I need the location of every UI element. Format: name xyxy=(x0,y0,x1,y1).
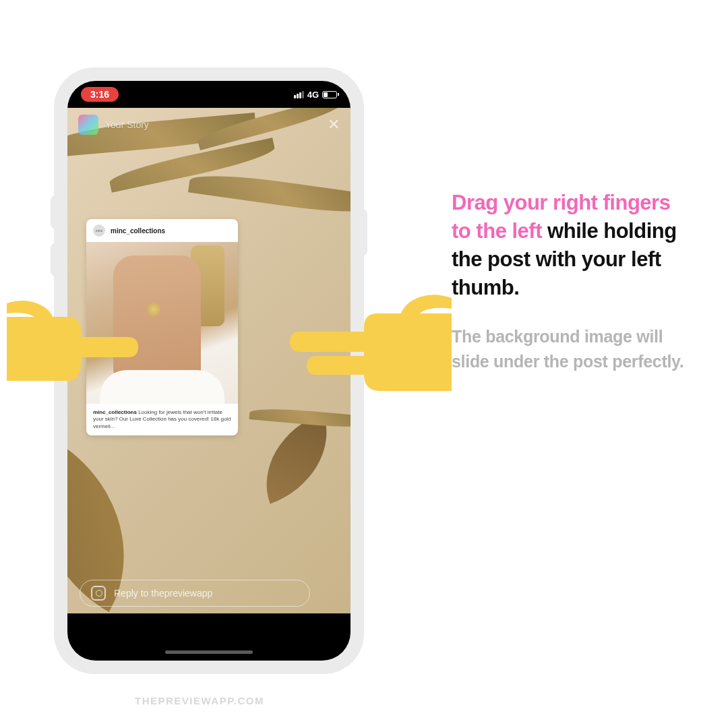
pointing-hand-right-icon xyxy=(290,290,452,404)
post-header: minc minc_collections xyxy=(86,219,238,242)
post-caption: minc_collections Looking for jewels that… xyxy=(86,404,238,435)
instruction-headline: Drag your right fingers to the left whil… xyxy=(452,189,694,301)
post-avatar[interactable]: minc xyxy=(93,224,105,237)
story-header: Your Story ✕ xyxy=(78,115,340,135)
screen-recording-time: 3:16 xyxy=(81,87,119,102)
pointing-hand-left-icon xyxy=(7,297,142,398)
reply-placeholder: Reply to thepreviewapp xyxy=(114,588,212,599)
watermark: THEPREVIEWAPP.COM xyxy=(135,695,264,706)
signal-icon xyxy=(294,91,304,98)
instruction-text-block: Drag your right fingers to the left whil… xyxy=(452,189,694,373)
story-title: Your Story xyxy=(105,119,149,130)
caption-username: minc_collections xyxy=(93,409,137,415)
phone-button xyxy=(51,243,56,276)
network-label: 4G xyxy=(307,90,319,100)
reply-input[interactable]: Reply to thepreviewapp xyxy=(80,580,310,607)
story-avatar[interactable] xyxy=(78,115,98,135)
phone-button xyxy=(51,195,56,229)
battery-icon xyxy=(322,91,337,98)
phone-button xyxy=(362,209,367,256)
post-username[interactable]: minc_collections xyxy=(111,227,165,235)
status-icons: 4G xyxy=(294,90,337,100)
instruction-subtext: The background image will slide under th… xyxy=(452,324,694,373)
phone-notch xyxy=(148,81,270,100)
home-indicator[interactable] xyxy=(165,650,253,654)
camera-icon[interactable] xyxy=(91,586,106,601)
close-icon[interactable]: ✕ xyxy=(328,116,340,133)
